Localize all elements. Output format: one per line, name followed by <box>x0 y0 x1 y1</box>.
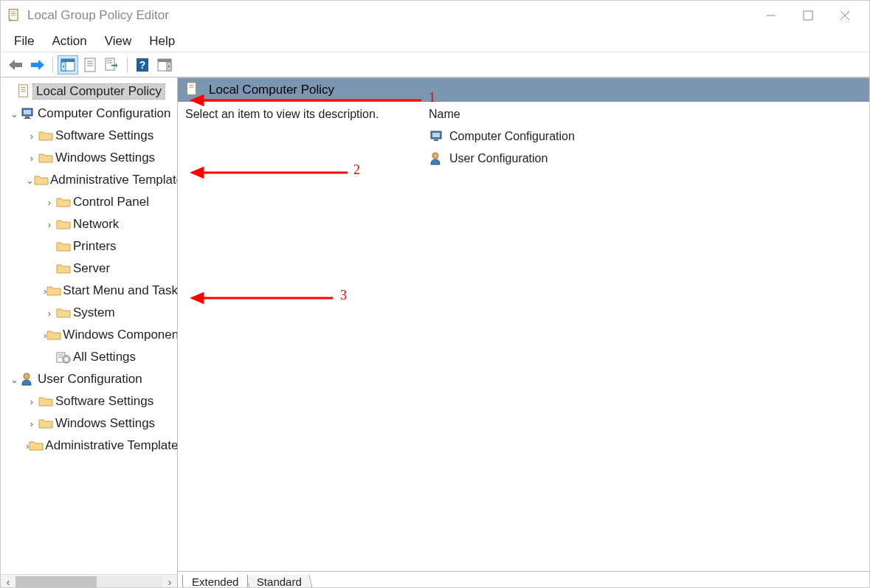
folder-icon <box>38 151 54 165</box>
description-column: Select an item to view its description. <box>185 108 429 583</box>
menu-file[interactable]: File <box>5 32 43 51</box>
list-item-label: User Configuration <box>449 152 548 165</box>
svg-rect-34 <box>25 117 30 118</box>
tree-node-user-admin-templates[interactable]: › Administrative Templates <box>1 435 177 457</box>
tree-label: Windows Settings <box>55 151 155 165</box>
folder-icon <box>38 416 54 431</box>
scroll-left-icon[interactable]: ‹ <box>1 575 15 588</box>
list-item[interactable]: User Configuration <box>429 148 862 170</box>
export-list-button[interactable] <box>102 55 122 75</box>
list-item[interactable]: Computer Configuration <box>429 125 862 148</box>
tree-node-user-config[interactable]: ⌄ User Configuration <box>1 368 177 390</box>
folder-icon <box>55 195 72 210</box>
tree-node-start-menu[interactable]: › Start Menu and Taskbar <box>1 280 177 302</box>
titlebar: Local Group Policy Editor <box>1 1 869 30</box>
detail-header: Local Computer Policy <box>178 78 869 102</box>
chevron-right-icon[interactable]: › <box>26 131 38 142</box>
tree-node-windows-settings[interactable]: › Windows Settings <box>1 147 177 169</box>
tree-label: Windows Components <box>63 328 177 342</box>
tree-node-user-software-settings[interactable]: › Software Settings <box>1 390 177 412</box>
folder-icon <box>34 173 49 187</box>
folder-icon <box>38 394 54 409</box>
maximize-button[interactable] <box>790 2 826 29</box>
folder-icon <box>29 438 44 453</box>
detail-pane: Local Computer Policy Select an item to … <box>178 77 869 588</box>
svg-rect-33 <box>24 110 31 114</box>
show-hide-action-pane-button[interactable] <box>154 55 175 75</box>
tab-label: Standard <box>257 575 302 588</box>
help-button[interactable]: ? <box>132 55 153 75</box>
folder-icon <box>55 305 72 320</box>
window-title: Local Group Policy Editor <box>27 8 169 23</box>
tab-extended[interactable]: Extended <box>182 575 248 588</box>
tree-pane: Local Computer Policy ⌄ Computer Configu… <box>1 77 178 588</box>
scroll-thumb[interactable] <box>15 576 97 588</box>
svg-text:?: ? <box>139 59 146 71</box>
computer-icon <box>20 106 36 121</box>
svg-point-48 <box>432 153 438 159</box>
menu-view[interactable]: View <box>96 32 141 51</box>
tree-node-all-settings[interactable]: All Settings <box>1 346 177 368</box>
tree-node-windows-components[interactable]: › Windows Components <box>1 324 177 346</box>
tree-node-system[interactable]: › System <box>1 302 177 324</box>
folder-icon <box>46 328 61 342</box>
menu-action[interactable]: Action <box>43 32 95 51</box>
tree-node-server[interactable]: Server <box>1 257 177 280</box>
chevron-right-icon[interactable]: › <box>44 219 55 230</box>
svg-rect-11 <box>61 59 75 62</box>
properties-button[interactable] <box>80 55 100 75</box>
svg-rect-0 <box>9 10 18 21</box>
svg-rect-42 <box>187 83 196 94</box>
tree-label: Software Settings <box>55 128 153 143</box>
tree-label: Windows Settings <box>55 416 155 431</box>
back-button[interactable] <box>5 55 26 75</box>
svg-marker-9 <box>31 60 44 70</box>
toolbar-separator <box>52 57 53 73</box>
svg-rect-28 <box>19 85 28 97</box>
forward-button[interactable] <box>27 55 48 75</box>
svg-point-41 <box>24 373 30 379</box>
settings-icon <box>55 350 72 364</box>
tree-label: Network <box>73 217 119 232</box>
tree-node-control-panel[interactable]: › Control Panel <box>1 191 177 213</box>
detail-title: Local Computer Policy <box>209 83 334 97</box>
chevron-down-icon[interactable]: ⌄ <box>26 175 34 186</box>
chevron-right-icon[interactable]: › <box>26 153 38 164</box>
user-icon <box>20 372 36 387</box>
chevron-right-icon[interactable]: › <box>44 197 55 208</box>
tree-node-network[interactable]: › Network <box>1 213 177 235</box>
tree-node-software-settings[interactable]: › Software Settings <box>1 125 177 147</box>
name-column-header[interactable]: Name <box>429 108 862 121</box>
tree-label: Administrative Templates <box>45 438 177 453</box>
tree-label: Control Panel <box>73 195 149 210</box>
chevron-right-icon[interactable]: › <box>26 418 38 429</box>
tree-view[interactable]: Local Computer Policy ⌄ Computer Configu… <box>1 77 177 574</box>
close-button[interactable] <box>826 2 863 29</box>
tree-node-computer-config[interactable]: ⌄ Computer Configuration <box>1 103 177 125</box>
tab-strip: Extended Standard <box>178 571 869 588</box>
tab-label: Extended <box>192 575 238 588</box>
chevron-right-icon[interactable]: › <box>44 308 55 319</box>
chevron-down-icon[interactable]: ⌄ <box>8 374 20 385</box>
document-icon <box>185 82 201 98</box>
tree-horizontal-scrollbar[interactable]: ‹ › <box>1 574 177 588</box>
tree-node-printers[interactable]: Printers <box>1 235 177 257</box>
scroll-right-icon[interactable]: › <box>162 575 177 588</box>
menu-help[interactable]: Help <box>140 32 184 51</box>
folder-icon <box>46 283 61 298</box>
svg-rect-25 <box>158 59 171 62</box>
chevron-down-icon[interactable]: ⌄ <box>8 108 20 120</box>
svg-point-40 <box>65 358 68 361</box>
tree-node-root[interactable]: Local Computer Policy <box>1 80 177 103</box>
tree-node-user-windows-settings[interactable]: › Windows Settings <box>1 412 177 435</box>
chevron-right-icon[interactable]: › <box>26 396 38 407</box>
folder-icon <box>55 217 72 232</box>
show-hide-tree-button[interactable] <box>58 55 78 75</box>
minimize-button[interactable] <box>753 2 790 29</box>
main-area: Local Computer Policy ⌄ Computer Configu… <box>1 77 869 588</box>
tab-standard[interactable]: Standard <box>246 575 314 588</box>
scroll-track[interactable] <box>15 576 162 588</box>
description-text: Select an item to view its description. <box>185 108 379 120</box>
tree-label: Software Settings <box>55 394 153 409</box>
tree-node-admin-templates[interactable]: ⌄ Administrative Templates <box>1 169 177 191</box>
